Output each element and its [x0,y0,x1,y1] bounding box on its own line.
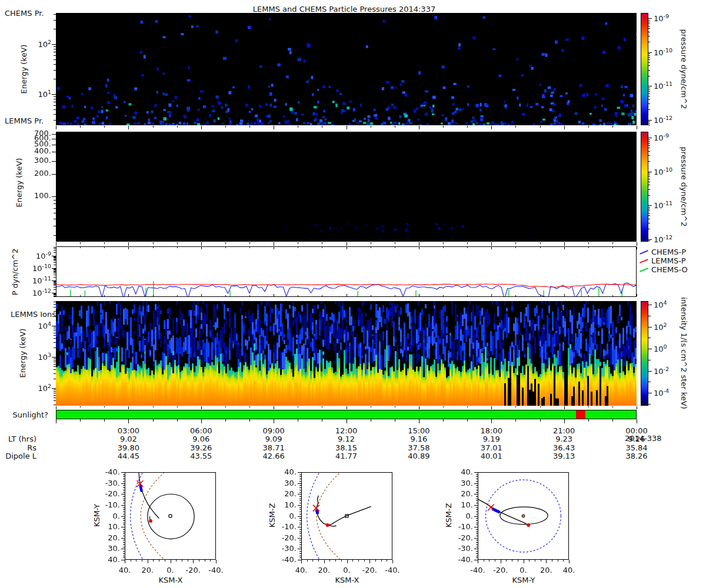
time-tick [443,406,444,407]
y-minor-tick [54,64,56,65]
time-tick [274,294,274,296]
y-minor-tick [54,333,56,333]
colorbar-major-tick [648,120,652,121]
orbit-x-minor-tick [131,560,131,562]
orbit-y-minor-tick [299,479,301,479]
colorbar-minor-tick [648,103,650,104]
colorbar-minor-tick [648,88,650,88]
colorbar-minor-tick [648,195,650,196]
y-minor-tick [54,330,56,331]
legend-entry-lemms-p: LEMMS-P [640,256,686,265]
time-tick [515,295,516,296]
sunlight-off-segment [576,410,585,419]
orbit-y-minor-tick [476,551,478,552]
time-tick [540,295,541,296]
colorbar-major-tick [648,371,652,372]
orbit-y-minor-tick [123,507,125,508]
orbit-y-tick-label: 40. [449,467,473,476]
time-tick [249,242,250,244]
orbit-x-minor-tick [188,560,188,562]
orbit-y-minor-tick [299,540,301,540]
time-tick [371,406,371,407]
time-tick [153,295,154,296]
orbit-x-major-tick [546,560,547,563]
colorbar-minor-tick [648,223,650,223]
time-row-value: 35.84 [619,443,654,452]
colorbar-minor-tick [648,240,650,241]
time-tick [371,126,371,128]
orbit-y-major-tick [121,538,125,539]
time-tick [225,247,226,248]
orbit-y-minor-tick [476,496,478,497]
orbit-y-minor-tick [299,557,301,558]
time-tick [588,295,589,296]
orbit-y-major-tick [298,505,301,506]
time-tick [225,126,226,128]
time-tick [612,247,613,248]
y-minor-tick [54,203,56,204]
orbit-y-tick-label: -30. [449,544,473,553]
y-minor-tick [54,281,56,282]
y-minor-tick [54,260,56,261]
orbit-y-minor-tick [476,520,478,521]
colorbar-major-tick [648,349,652,349]
orbit-y-tick-label: 0. [273,512,297,520]
orbit-x-minor-tick [341,560,342,562]
time-tick [515,247,516,248]
orbit-x-major-tick [148,560,148,563]
orbit-y-minor-tick [299,520,301,521]
orbit-y-minor-tick [123,487,125,488]
time-tick [395,295,395,296]
orbit-y-major-tick [298,494,301,495]
orbit-y-major-tick [474,472,478,473]
orbit-y-minor-tick [123,542,125,543]
time-tick [56,294,56,296]
time-tick [249,295,250,296]
y-tick-label: 200. [28,169,51,178]
orbit-y-minor-tick [123,490,125,490]
colorbar-minor-tick [648,32,650,32]
y-minor-tick [54,59,56,60]
orbit-x-major-tick [216,560,217,563]
y-minor-tick [54,235,56,236]
time-tick [201,419,202,423]
colorbar-minor-tick [648,24,650,24]
time-tick [298,295,298,296]
orbit-y-minor-tick [476,490,478,490]
orbit-y-minor-tick [476,556,478,556]
orbit-x-minor-tick [205,560,205,562]
y-minor-tick [54,307,56,308]
orbit-y-minor-tick [299,499,301,499]
time-tick [104,242,105,244]
orbit-x-minor-tick [159,560,159,562]
time-tick [128,406,129,409]
time-row-value: 40.01 [474,452,509,460]
orbit-x-major-tick [171,560,171,563]
legend-line-icon [640,259,648,263]
colorbar-minor-tick [648,42,650,42]
colorbar-tick-label: 10-9 [654,13,669,23]
orbitA-x-title: KSM-X [112,576,229,584]
orbit-x-major-tick [392,560,393,563]
orbit-y-major-tick [474,505,478,506]
orbit-y-minor-tick [299,533,301,534]
time-row-value: 43.55 [184,452,219,460]
y-minor-tick [54,284,56,285]
orbit-x-minor-tick [307,560,308,562]
orbit-y-minor-tick [123,529,125,530]
colorbar-tick-label: 10-11 [654,200,672,210]
chems-pressure-spectrogram [56,13,637,125]
colorbar-major-tick [648,205,652,206]
time-tick [419,242,419,246]
orbit-x-major-tick [347,560,348,563]
orbit-plot-ksmy-ksmz [478,472,569,560]
orbitB-x-title: KSM-X [288,576,406,584]
orbit-x-minor-tick [512,560,512,562]
colorbar-minor-tick [648,141,650,142]
time-tick [637,242,637,246]
colorbar-minor-tick [648,151,650,152]
colorbar-minor-tick [648,404,651,405]
time-tick [371,247,371,248]
y-minor-tick [54,49,56,49]
colorbar-minor-tick [648,36,650,36]
